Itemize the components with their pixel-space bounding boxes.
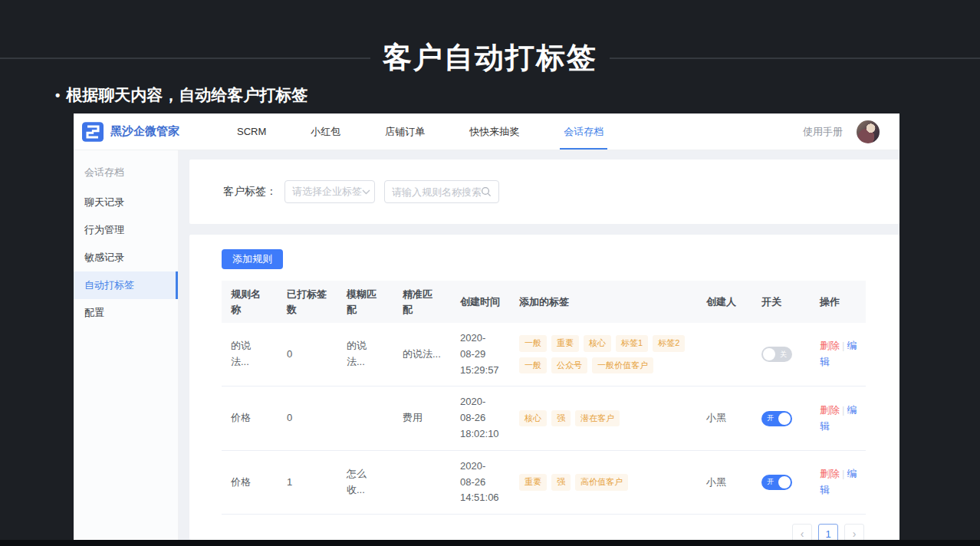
chevron-down-icon bbox=[362, 189, 370, 195]
switch-knob bbox=[763, 348, 775, 360]
app-window: 黑沙企微管家 SCRM小红包店铺订单快快来抽奖会话存档 使用手册 会话存档 聊天… bbox=[74, 113, 899, 540]
rule-search-input[interactable] bbox=[392, 186, 481, 198]
brand: 黑沙企微管家 bbox=[81, 121, 204, 143]
column-header: 添加的标签 bbox=[510, 288, 697, 316]
nav-item[interactable]: 快快来抽奖 bbox=[447, 113, 541, 150]
delete-link[interactable]: 删除 bbox=[820, 404, 840, 416]
cell-exact-match: 费用 bbox=[393, 410, 451, 426]
app-header: 黑沙企微管家 SCRM小红包店铺订单快快来抽奖会话存档 使用手册 bbox=[74, 113, 899, 150]
created-time-line: 08-26 bbox=[460, 410, 501, 426]
cell-created-time: 2020-08-2915:29:57 bbox=[451, 331, 510, 378]
cell-rule-name: 价格 bbox=[222, 475, 278, 491]
title-line-left bbox=[0, 58, 370, 59]
cell-switch: 开 bbox=[752, 411, 811, 426]
cell-actions: 删除|编辑 bbox=[811, 466, 862, 498]
rule-search bbox=[384, 180, 499, 203]
rule-toggle-switch[interactable]: 关 bbox=[761, 347, 792, 362]
slide: 客户自动打标签 • 根据聊天内容，自动给客户打标签 黑沙企微管家 SCRM小红包… bbox=[0, 0, 980, 546]
column-header: 已打标签数 bbox=[278, 281, 337, 323]
switch-knob bbox=[778, 413, 791, 425]
add-rule-button[interactable]: 添加规则 bbox=[222, 249, 283, 269]
cell-rule-name: 的说法... bbox=[222, 338, 278, 370]
rules-table: 规则名称已打标签数模糊匹配精准匹配创建时间添加的标签创建人开关操作 的说法...… bbox=[222, 281, 866, 515]
customer-tag: 高价值客户 bbox=[575, 474, 628, 491]
select-placeholder: 请选择企业标签 bbox=[292, 185, 362, 199]
sidebar-item[interactable]: 自动打标签 bbox=[74, 271, 178, 299]
table-body: 的说法...0的说法...的说法...2020-08-2915:29:57一般重… bbox=[222, 323, 866, 515]
cell-tags: 重要强高价值客户 bbox=[510, 474, 697, 491]
column-header: 规则名称 bbox=[222, 281, 278, 323]
cell-actions: 删除|编辑 bbox=[811, 403, 862, 435]
table-card: 添加规则 规则名称已打标签数模糊匹配精准匹配创建时间添加的标签创建人开关操作 的… bbox=[189, 235, 899, 540]
tag-list: 核心强潜在客户 bbox=[519, 410, 688, 427]
delete-link[interactable]: 删除 bbox=[820, 468, 840, 479]
cell-tags: 核心强潜在客户 bbox=[510, 410, 697, 427]
created-time-line: 2020- bbox=[460, 394, 501, 410]
cell-fuzzy-match: 的说法... bbox=[337, 338, 393, 370]
column-header: 开关 bbox=[752, 288, 811, 316]
action-links: 删除|编辑 bbox=[820, 403, 863, 435]
action-divider: | bbox=[842, 468, 844, 479]
sidebar-item[interactable]: 敏感记录 bbox=[74, 244, 178, 271]
column-header: 创建人 bbox=[697, 288, 752, 316]
user-avatar[interactable] bbox=[857, 120, 880, 143]
created-time-line: 15:29:57 bbox=[460, 363, 501, 379]
sidebar-item[interactable]: 行为管理 bbox=[74, 216, 178, 244]
nav-item[interactable]: 会话存档 bbox=[541, 113, 626, 150]
cell-switch: 关 bbox=[752, 347, 811, 362]
title-line-right bbox=[610, 58, 980, 59]
table-row: 的说法...0的说法...的说法...2020-08-2915:29:57一般重… bbox=[222, 323, 866, 386]
cell-created-time: 2020-08-2614:51:06 bbox=[451, 459, 510, 506]
action-divider: | bbox=[842, 340, 844, 351]
customer-tag: 核心 bbox=[584, 335, 611, 352]
cell-tags: 一般重要核心标签1标签2一般公众号一般价值客户 bbox=[510, 335, 697, 373]
customer-tag: 一般 bbox=[519, 357, 547, 374]
cell-exact-match: 的说法... bbox=[393, 347, 451, 363]
rule-toggle-switch[interactable]: 开 bbox=[761, 475, 792, 490]
main-area: 客户标签： 请选择企业标签 添加规则 bbox=[179, 150, 899, 540]
nav-item[interactable]: 小红包 bbox=[288, 113, 363, 150]
nav-item[interactable]: SCRM bbox=[215, 113, 288, 150]
delete-link[interactable]: 删除 bbox=[820, 340, 840, 351]
created-time-line: 2020- bbox=[460, 459, 501, 475]
switch-state-label: 开 bbox=[767, 479, 774, 485]
tag-list: 重要强高价值客户 bbox=[519, 474, 688, 491]
sidebar-item[interactable]: 配置 bbox=[74, 299, 178, 327]
cell-rule-name: 价格 bbox=[222, 410, 278, 426]
table-row: 价格1怎么收...2020-08-2614:51:06重要强高价值客户小黑开删除… bbox=[222, 451, 866, 515]
enterprise-tag-select[interactable]: 请选择企业标签 bbox=[284, 180, 375, 203]
header-right: 使用手册 bbox=[803, 120, 880, 143]
customer-tag: 强 bbox=[551, 474, 571, 491]
action-links: 删除|编辑 bbox=[820, 338, 863, 370]
slide-bullet: • 根据聊天内容，自动给客户打标签 bbox=[55, 84, 307, 106]
cell-creator: 小黑 bbox=[697, 410, 752, 426]
column-header: 模糊匹配 bbox=[337, 281, 393, 323]
created-time-line: 2020- bbox=[460, 331, 501, 347]
customer-tag: 一般 bbox=[519, 335, 547, 352]
cell-created-time: 2020-08-2618:02:10 bbox=[451, 394, 510, 442]
column-header: 创建时间 bbox=[451, 288, 510, 316]
action-links: 删除|编辑 bbox=[820, 466, 863, 498]
search-icon[interactable] bbox=[481, 186, 492, 197]
created-time-line: 18:02:10 bbox=[460, 426, 501, 442]
app-body: 会话存档 聊天记录行为管理敏感记录自动打标签配置 客户标签： 请选择企业标签 bbox=[74, 150, 899, 540]
cell-creator: 小黑 bbox=[697, 475, 752, 491]
sidebar-group-label: 会话存档 bbox=[74, 161, 178, 189]
nav-item[interactable]: 店铺订单 bbox=[363, 113, 447, 150]
sidebar-item[interactable]: 聊天记录 bbox=[74, 189, 178, 216]
action-divider: | bbox=[842, 404, 844, 416]
switch-knob bbox=[778, 476, 791, 488]
created-time-line: 08-26 bbox=[460, 475, 501, 491]
customer-tag: 潜在客户 bbox=[575, 410, 620, 427]
brand-logo-icon bbox=[81, 121, 104, 143]
created-time-line: 14:51:06 bbox=[460, 490, 501, 506]
filter-card: 客户标签： 请选择企业标签 bbox=[189, 160, 899, 224]
manual-link[interactable]: 使用手册 bbox=[803, 125, 843, 139]
switch-state-label: 开 bbox=[767, 415, 774, 422]
customer-tag: 重要 bbox=[551, 335, 579, 352]
brand-name: 黑沙企微管家 bbox=[110, 124, 179, 139]
tag-list: 一般重要核心标签1标签2一般公众号一般价值客户 bbox=[519, 335, 688, 373]
customer-tag: 一般价值客户 bbox=[592, 357, 653, 374]
column-header: 操作 bbox=[811, 288, 862, 316]
rule-toggle-switch[interactable]: 开 bbox=[761, 411, 792, 426]
